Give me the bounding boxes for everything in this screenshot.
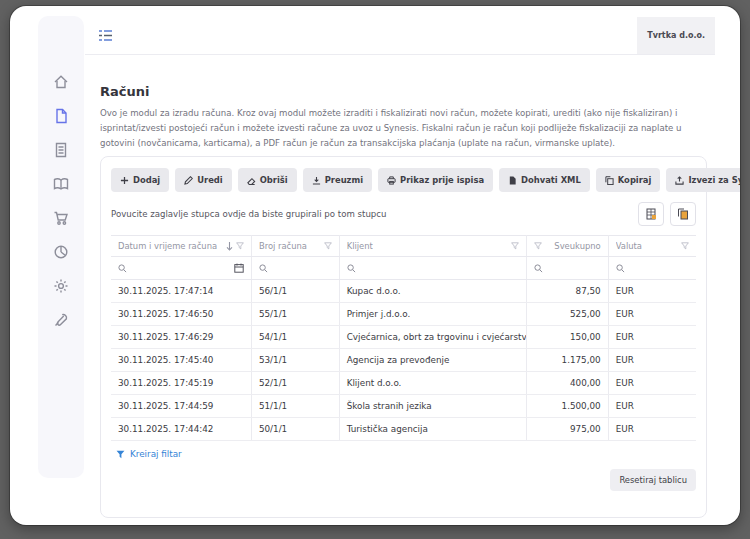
column-header-datetime[interactable]: Datum i vrijeme računa: [111, 236, 251, 257]
cell-total: 1.175,00: [526, 349, 608, 372]
table-row[interactable]: 30.11.2025. 17:45:40 53/1/1 Agencija za …: [111, 349, 696, 372]
filter-funnel-blue-icon: [116, 450, 125, 459]
copy-button[interactable]: Kopiraj: [596, 168, 661, 192]
spreadsheet-icon: [645, 208, 657, 220]
download-button[interactable]: Preuzmi: [303, 168, 372, 192]
pencil-icon: [184, 176, 193, 185]
filter-funnel-icon[interactable]: [236, 242, 244, 250]
cell-datetime: 30.11.2025. 17:45:19: [111, 372, 251, 395]
column-header-currency-label: Valuta: [616, 241, 642, 251]
documents-icon[interactable]: [53, 142, 69, 158]
cell-number: 51/1/1: [251, 395, 339, 418]
download-icon: [312, 176, 321, 185]
search-icon: [259, 264, 268, 273]
cell-currency: EUR: [608, 395, 696, 418]
document-icon: [508, 176, 517, 185]
page-description: Ovo je modul za izradu računa. Kroz ovaj…: [100, 106, 714, 151]
table-row[interactable]: 30.11.2025. 17:44:42 50/1/1 Turistička a…: [111, 418, 696, 441]
group-panel-hint: Povucite zaglavlje stupca ovdje da biste…: [111, 209, 386, 219]
add-button-label: Dodaj: [133, 175, 160, 185]
invoices-table: Datum i vrijeme računa Broj računa: [111, 235, 696, 441]
cell-currency: EUR: [608, 326, 696, 349]
grid-tools: [638, 202, 696, 226]
delete-button-label: Obriši: [260, 175, 288, 185]
table-row[interactable]: 30.11.2025. 17:46:29 54/1/1 Cvjećarnica,…: [111, 326, 696, 349]
download-button-label: Preuzmi: [325, 175, 363, 185]
column-header-number[interactable]: Broj računa: [251, 236, 339, 257]
invoice-toolbar: Dodaj Uredi Obriši Preuzmi Prikaz prije …: [111, 168, 696, 192]
filter-input-number[interactable]: [272, 263, 332, 273]
export-excel-button[interactable]: [638, 202, 664, 226]
copy-pages-icon: [677, 208, 689, 220]
reset-table-button[interactable]: Resetiraj tablicu: [610, 469, 696, 491]
sort-descending-icon: [226, 242, 233, 251]
column-header-currency[interactable]: Valuta: [608, 236, 696, 257]
export-icon: [675, 176, 684, 185]
add-button[interactable]: Dodaj: [111, 168, 169, 192]
filter-input-total[interactable]: [547, 263, 601, 273]
settings-icon[interactable]: [53, 278, 69, 294]
delete-button[interactable]: Obriši: [238, 168, 297, 192]
search-icon: [347, 264, 356, 273]
cell-datetime: 30.11.2025. 17:47:14: [111, 280, 251, 303]
filter-row: [111, 257, 696, 280]
cell-number: 53/1/1: [251, 349, 339, 372]
page-title: Računi: [100, 84, 149, 99]
cell-number: 55/1/1: [251, 303, 339, 326]
print-preview-button[interactable]: Prikaz prije ispisa: [378, 168, 493, 192]
cell-datetime: 30.11.2025. 17:44:42: [111, 418, 251, 441]
filter-funnel-icon[interactable]: [681, 242, 689, 250]
cell-total: 150,00: [526, 326, 608, 349]
filter-funnel-icon[interactable]: [324, 242, 332, 250]
table-row[interactable]: 30.11.2025. 17:46:50 55/1/1 Primjer j.d.…: [111, 303, 696, 326]
edit-button-label: Uredi: [197, 175, 222, 185]
tools-icon[interactable]: [53, 312, 69, 328]
cell-total: 87,50: [526, 280, 608, 303]
table-header-row: Datum i vrijeme računa Broj računa: [111, 236, 696, 257]
filter-input-client[interactable]: [360, 263, 519, 273]
column-header-total[interactable]: Sveukupno: [526, 236, 608, 257]
cell-client: Klijent d.o.o.: [339, 372, 526, 395]
cell-currency: EUR: [608, 418, 696, 441]
copy-grid-button[interactable]: [670, 202, 696, 226]
reports-icon[interactable]: [53, 244, 69, 260]
filter-input-currency[interactable]: [629, 263, 689, 273]
cell-datetime: 30.11.2025. 17:46:29: [111, 326, 251, 349]
fetch-xml-button[interactable]: Dohvati XML: [499, 168, 590, 192]
cart-icon[interactable]: [53, 210, 69, 226]
catalog-icon[interactable]: [53, 176, 69, 192]
company-selector-button[interactable]: Tvrtka d.o.o.: [637, 17, 715, 54]
filter-input-datetime[interactable]: [131, 263, 230, 273]
column-header-client[interactable]: Klijent: [339, 236, 526, 257]
eraser-icon: [247, 176, 256, 185]
cell-number: 52/1/1: [251, 372, 339, 395]
calendar-icon[interactable]: [234, 263, 244, 273]
cell-client: Agencija za prevođenje: [339, 349, 526, 372]
cell-total: 1.500,00: [526, 395, 608, 418]
cell-number: 50/1/1: [251, 418, 339, 441]
table-row[interactable]: 30.11.2025. 17:44:59 51/1/1 Škola strani…: [111, 395, 696, 418]
create-filter-link[interactable]: Kreiraj filtar: [111, 441, 187, 461]
print-preview-button-label: Prikaz prije ispisa: [400, 175, 484, 185]
table-row[interactable]: 30.11.2025. 17:45:19 52/1/1 Klijent d.o.…: [111, 372, 696, 395]
cell-total: 400,00: [526, 372, 608, 395]
export-synesis-button[interactable]: Izvezi za Synesis: [666, 168, 740, 192]
reset-row: Resetiraj tablicu: [111, 469, 696, 491]
copy-icon: [605, 176, 614, 185]
create-filter-label: Kreiraj filtar: [130, 449, 182, 459]
column-header-client-label: Klijent: [347, 241, 373, 251]
fetch-xml-button-label: Dohvati XML: [521, 175, 581, 185]
edit-button[interactable]: Uredi: [175, 168, 231, 192]
export-synesis-button-label: Izvezi za Synesis: [688, 175, 740, 185]
app-window: Tvrtka d.o.o. Računi Ovo je modul za izr…: [10, 6, 740, 525]
cell-client: Cvjećarnica, obrt za trgovinu i cvjećars…: [339, 326, 526, 349]
home-icon[interactable]: [53, 74, 69, 90]
printer-icon: [387, 176, 396, 185]
filter-funnel-icon[interactable]: [511, 242, 519, 250]
invoices-card: Dodaj Uredi Obriši Preuzmi Prikaz prije …: [100, 156, 707, 518]
menu-toggle-icon[interactable]: [98, 29, 113, 42]
invoices-icon[interactable]: [53, 108, 69, 124]
filter-funnel-icon[interactable]: [534, 242, 542, 250]
table-row[interactable]: 30.11.2025. 17:47:14 56/1/1 Kupac d.o.o.…: [111, 280, 696, 303]
cell-currency: EUR: [608, 280, 696, 303]
